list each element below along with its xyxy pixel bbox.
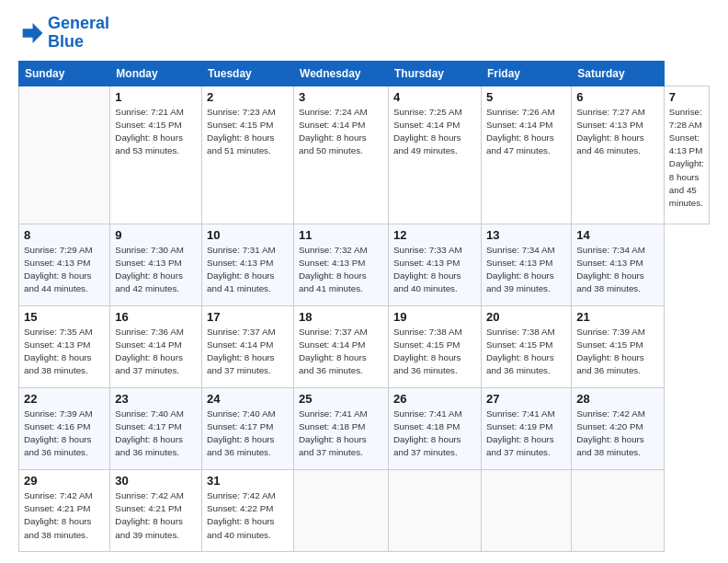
day-info: Sunrise: 7:42 AMSunset: 4:21 PMDaylight:…: [115, 489, 197, 542]
day-number: 28: [576, 392, 659, 406]
day-info: Sunrise: 7:28 AMSunset: 4:13 PMDaylight:…: [669, 106, 704, 211]
calendar-cell: 14Sunrise: 7:34 AMSunset: 4:13 PMDayligh…: [572, 224, 665, 305]
day-info: Sunrise: 7:39 AMSunset: 4:15 PMDaylight:…: [576, 326, 659, 378]
day-number: 1: [115, 90, 197, 104]
calendar-cell: 13Sunrise: 7:34 AMSunset: 4:13 PMDayligh…: [482, 224, 572, 305]
day-info: Sunrise: 7:29 AMSunset: 4:13 PMDaylight:…: [24, 244, 105, 296]
calendar-table: SundayMondayTuesdayWednesdayThursdayFrid…: [18, 61, 710, 552]
calendar-cell: 16Sunrise: 7:36 AMSunset: 4:14 PMDayligh…: [110, 305, 202, 387]
day-number: 2: [207, 90, 289, 104]
logo: General Blue: [18, 15, 109, 52]
calendar-header-friday: Friday: [482, 61, 572, 86]
day-info: Sunrise: 7:40 AMSunset: 4:17 PMDaylight:…: [115, 408, 197, 460]
day-info: Sunrise: 7:41 AMSunset: 4:18 PMDaylight:…: [393, 408, 476, 460]
calendar-week-row: 8Sunrise: 7:29 AMSunset: 4:13 PMDaylight…: [19, 224, 710, 305]
day-info: Sunrise: 7:39 AMSunset: 4:16 PMDaylight:…: [24, 408, 105, 460]
day-info: Sunrise: 7:31 AMSunset: 4:13 PMDaylight:…: [207, 244, 289, 296]
day-info: Sunrise: 7:24 AMSunset: 4:14 PMDaylight:…: [299, 106, 383, 158]
calendar-cell: 20Sunrise: 7:38 AMSunset: 4:15 PMDayligh…: [482, 305, 572, 387]
calendar-cell: [294, 469, 389, 551]
calendar-cell: 21Sunrise: 7:39 AMSunset: 4:15 PMDayligh…: [572, 305, 665, 387]
calendar-cell: 17Sunrise: 7:37 AMSunset: 4:14 PMDayligh…: [202, 305, 294, 387]
day-number: 15: [24, 310, 105, 324]
calendar-cell: [572, 469, 665, 551]
day-info: Sunrise: 7:33 AMSunset: 4:13 PMDaylight:…: [393, 244, 476, 296]
day-number: 19: [393, 310, 476, 324]
day-info: Sunrise: 7:30 AMSunset: 4:13 PMDaylight:…: [115, 244, 197, 296]
calendar-cell: [389, 469, 482, 551]
calendar-cell: 9Sunrise: 7:30 AMSunset: 4:13 PMDaylight…: [110, 224, 202, 305]
calendar-cell: 6Sunrise: 7:27 AMSunset: 4:13 PMDaylight…: [572, 86, 665, 224]
day-number: 6: [576, 90, 659, 104]
day-number: 12: [393, 228, 476, 242]
calendar-cell: 1Sunrise: 7:21 AMSunset: 4:15 PMDaylight…: [110, 86, 202, 224]
day-info: Sunrise: 7:32 AMSunset: 4:13 PMDaylight:…: [299, 244, 383, 296]
day-number: 3: [299, 90, 383, 104]
day-number: 4: [393, 90, 476, 104]
calendar-header-saturday: Saturday: [572, 61, 665, 86]
day-number: 21: [576, 310, 659, 324]
day-info: Sunrise: 7:42 AMSunset: 4:20 PMDaylight:…: [576, 408, 659, 460]
day-number: 11: [299, 228, 383, 242]
calendar-cell: 3Sunrise: 7:24 AMSunset: 4:14 PMDaylight…: [294, 86, 389, 224]
day-info: Sunrise: 7:27 AMSunset: 4:13 PMDaylight:…: [576, 106, 659, 158]
day-number: 13: [486, 228, 566, 242]
day-info: Sunrise: 7:26 AMSunset: 4:14 PMDaylight:…: [486, 106, 566, 158]
calendar-cell: 22Sunrise: 7:39 AMSunset: 4:16 PMDayligh…: [19, 387, 110, 469]
day-number: 29: [24, 474, 105, 488]
page: General Blue SundayMondayTuesdayWednesda…: [0, 0, 728, 563]
day-info: Sunrise: 7:37 AMSunset: 4:14 PMDaylight:…: [299, 326, 383, 378]
calendar-header-thursday: Thursday: [389, 61, 482, 86]
day-number: 23: [115, 392, 197, 406]
day-info: Sunrise: 7:34 AMSunset: 4:13 PMDaylight:…: [486, 244, 566, 296]
day-number: 18: [299, 310, 383, 324]
calendar-cell: 18Sunrise: 7:37 AMSunset: 4:14 PMDayligh…: [294, 305, 389, 387]
calendar-week-row: 1Sunrise: 7:21 AMSunset: 4:15 PMDaylight…: [19, 86, 710, 224]
calendar-header-monday: Monday: [110, 61, 202, 86]
day-number: 22: [24, 392, 105, 406]
day-number: 7: [669, 90, 704, 104]
day-number: 20: [486, 310, 566, 324]
day-info: Sunrise: 7:40 AMSunset: 4:17 PMDaylight:…: [207, 408, 289, 460]
day-info: Sunrise: 7:38 AMSunset: 4:15 PMDaylight:…: [486, 326, 566, 378]
calendar-cell: 23Sunrise: 7:40 AMSunset: 4:17 PMDayligh…: [110, 387, 202, 469]
svg-marker-0: [23, 23, 43, 43]
calendar-cell: 7Sunrise: 7:28 AMSunset: 4:13 PMDaylight…: [664, 86, 709, 224]
logo-icon: [18, 20, 44, 46]
calendar-cell: 25Sunrise: 7:41 AMSunset: 4:18 PMDayligh…: [294, 387, 389, 469]
day-info: Sunrise: 7:38 AMSunset: 4:15 PMDaylight:…: [393, 326, 476, 378]
calendar-week-row: 15Sunrise: 7:35 AMSunset: 4:13 PMDayligh…: [19, 305, 710, 387]
day-info: Sunrise: 7:21 AMSunset: 4:15 PMDaylight:…: [115, 106, 197, 158]
header: General Blue: [18, 15, 710, 52]
calendar-cell: 8Sunrise: 7:29 AMSunset: 4:13 PMDaylight…: [19, 224, 110, 305]
day-info: Sunrise: 7:41 AMSunset: 4:19 PMDaylight:…: [486, 408, 566, 460]
day-number: 27: [486, 392, 566, 406]
calendar-cell: 26Sunrise: 7:41 AMSunset: 4:18 PMDayligh…: [389, 387, 482, 469]
day-number: 25: [299, 392, 383, 406]
calendar-week-row: 29Sunrise: 7:42 AMSunset: 4:21 PMDayligh…: [19, 469, 710, 551]
day-number: 17: [207, 310, 289, 324]
calendar-cell: 2Sunrise: 7:23 AMSunset: 4:15 PMDaylight…: [202, 86, 294, 224]
calendar-cell: 10Sunrise: 7:31 AMSunset: 4:13 PMDayligh…: [202, 224, 294, 305]
day-number: 16: [115, 310, 197, 324]
calendar-cell: 4Sunrise: 7:25 AMSunset: 4:14 PMDaylight…: [389, 86, 482, 224]
day-number: 31: [207, 474, 289, 488]
day-info: Sunrise: 7:42 AMSunset: 4:21 PMDaylight:…: [24, 489, 105, 542]
logo-text: General Blue: [48, 15, 109, 52]
day-number: 5: [486, 90, 566, 104]
day-info: Sunrise: 7:25 AMSunset: 4:14 PMDaylight:…: [393, 106, 476, 158]
day-number: 8: [24, 228, 105, 242]
calendar-cell: 28Sunrise: 7:42 AMSunset: 4:20 PMDayligh…: [572, 387, 665, 469]
day-info: Sunrise: 7:41 AMSunset: 4:18 PMDaylight:…: [299, 408, 383, 460]
calendar-cell: 27Sunrise: 7:41 AMSunset: 4:19 PMDayligh…: [482, 387, 572, 469]
calendar-header-sunday: Sunday: [19, 61, 110, 86]
calendar-cell: 24Sunrise: 7:40 AMSunset: 4:17 PMDayligh…: [202, 387, 294, 469]
day-number: 14: [576, 228, 659, 242]
day-info: Sunrise: 7:37 AMSunset: 4:14 PMDaylight:…: [207, 326, 289, 378]
calendar-cell: [482, 469, 572, 551]
calendar-header-tuesday: Tuesday: [202, 61, 294, 86]
day-info: Sunrise: 7:35 AMSunset: 4:13 PMDaylight:…: [24, 326, 105, 378]
day-info: Sunrise: 7:42 AMSunset: 4:22 PMDaylight:…: [207, 489, 289, 542]
day-number: 30: [115, 474, 197, 488]
day-number: 26: [393, 392, 476, 406]
